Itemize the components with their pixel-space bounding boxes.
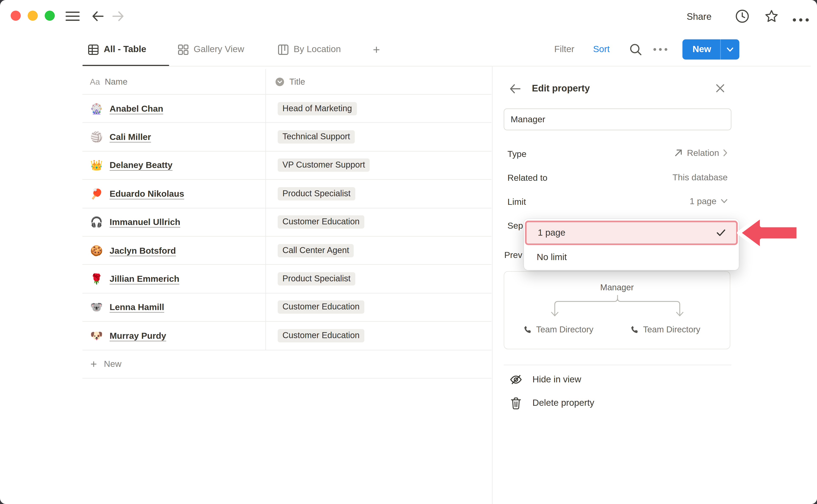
name-cell[interactable]: 🎡 Anabel Chan xyxy=(83,95,266,122)
field-label-related-to: Related to xyxy=(508,173,548,183)
name-cell[interactable]: 🌹 Jillian Emmerich xyxy=(83,265,266,293)
text-property-icon: Aa xyxy=(90,77,100,86)
page-emoji-icon: 🌹 xyxy=(89,273,104,285)
field-value-related-to[interactable]: This database xyxy=(673,172,728,182)
share-button[interactable]: Share xyxy=(687,11,712,23)
hide-in-view-button[interactable]: Hide in view xyxy=(509,372,581,388)
name-cell[interactable]: 🐨 Lenna Hamill xyxy=(83,293,266,321)
close-window-button[interactable] xyxy=(11,11,21,21)
plus-icon: + xyxy=(373,42,380,57)
chevron-down-icon xyxy=(727,47,734,52)
name-cell[interactable]: 🏐 Cali Miller xyxy=(83,123,266,151)
title-cell[interactable]: Product Specialist xyxy=(266,265,355,293)
forward-button[interactable] xyxy=(112,11,125,24)
name-cell[interactable]: 🎧 Immanuel Ullrich xyxy=(83,208,266,236)
page-name-link[interactable]: Eduardo Nikolaus xyxy=(110,189,184,199)
table-row[interactable]: 🏓 Eduardo Nikolaus Product Specialist xyxy=(83,180,492,208)
add-view-button[interactable]: + xyxy=(373,33,380,66)
preview-label-clipped: Prev xyxy=(504,250,522,260)
field-value-text: 1 page xyxy=(690,196,716,206)
property-name-input[interactable] xyxy=(504,108,732,130)
name-cell[interactable]: 🍪 Jaclyn Botsford xyxy=(83,236,266,264)
page-name-link[interactable]: Immanuel Ullrich xyxy=(110,217,180,227)
title-cell[interactable]: Customer Education xyxy=(266,293,364,321)
title-tag: Customer Education xyxy=(278,301,364,314)
phone-icon xyxy=(630,325,639,334)
field-value-text: Relation xyxy=(687,148,719,158)
name-cell[interactable]: 🐶 Murray Purdy xyxy=(83,322,266,350)
table-view-icon xyxy=(88,44,99,55)
page-emoji-icon: 👑 xyxy=(89,159,104,172)
plus-icon: + xyxy=(90,357,97,370)
page-name-link[interactable]: Delaney Beatty xyxy=(110,160,172,171)
minimize-window-button[interactable] xyxy=(28,11,38,21)
table-row[interactable]: 🍪 Jaclyn Botsford Call Center Agent xyxy=(83,236,492,265)
new-dropdown-button[interactable] xyxy=(721,39,739,60)
page-name-link[interactable]: Jillian Emmerich xyxy=(110,274,179,284)
name-cell[interactable]: 👑 Delaney Beatty xyxy=(83,151,266,179)
page-name-link[interactable]: Anabel Chan xyxy=(110,104,163,114)
tab-label: By Location xyxy=(293,44,341,55)
action-label: Delete property xyxy=(533,398,595,408)
back-button[interactable] xyxy=(91,11,104,24)
name-cell[interactable]: 🏓 Eduardo Nikolaus xyxy=(83,180,266,208)
page-emoji-icon: 🏐 xyxy=(89,131,104,143)
board-view-icon xyxy=(278,44,289,55)
preview-node-right: Team Directory xyxy=(630,325,700,335)
table-row[interactable]: 🎧 Immanuel Ullrich Customer Education xyxy=(83,208,492,236)
updates-button[interactable] xyxy=(735,9,750,26)
preview-node-left: Team Directory xyxy=(524,325,593,335)
annotation-arrow xyxy=(736,212,802,254)
page-name-link[interactable]: Jaclyn Botsford xyxy=(110,245,176,256)
table-row[interactable]: 🐶 Murray Purdy Customer Education xyxy=(83,322,492,350)
new-row-button[interactable]: + New xyxy=(83,350,492,378)
page-emoji-icon: 🐨 xyxy=(89,301,104,313)
zoom-window-button[interactable] xyxy=(45,11,55,21)
table-row[interactable]: 👑 Delaney Beatty VP Customer Support xyxy=(83,151,492,180)
title-cell[interactable]: Technical Support xyxy=(266,123,355,151)
new-button[interactable]: New xyxy=(683,39,720,60)
table-row[interactable]: 🌹 Jillian Emmerich Product Specialist xyxy=(83,265,492,293)
field-value-type[interactable]: Relation xyxy=(674,148,728,158)
tab-by-location[interactable]: By Location xyxy=(278,33,341,66)
window-more-button[interactable] xyxy=(793,14,809,24)
view-options-button[interactable] xyxy=(653,33,668,66)
column-label: Name xyxy=(105,77,127,86)
title-tag: Customer Education xyxy=(278,329,364,342)
forward-arrow-icon xyxy=(112,11,125,22)
page-name-link[interactable]: Murray Purdy xyxy=(110,331,166,341)
sort-button[interactable]: Sort xyxy=(593,33,610,66)
tab-all-table[interactable]: All - Table xyxy=(88,33,146,66)
table-row[interactable]: 🎡 Anabel Chan Head of Marketing xyxy=(83,95,492,123)
title-cell[interactable]: Customer Education xyxy=(266,322,364,350)
panel-back-button[interactable] xyxy=(510,84,521,96)
eye-off-icon xyxy=(509,373,523,387)
title-cell[interactable]: VP Customer Support xyxy=(266,151,370,179)
limit-option-no-limit[interactable]: No limit xyxy=(524,246,739,269)
delete-property-button[interactable]: Delete property xyxy=(510,395,595,411)
title-tag: Product Specialist xyxy=(278,272,355,286)
panel-divider xyxy=(504,365,732,365)
panel-close-button[interactable] xyxy=(716,84,725,95)
title-cell[interactable]: Product Specialist xyxy=(266,180,355,208)
table-row[interactable]: 🏐 Cali Miller Technical Support xyxy=(83,123,492,151)
page-name-link[interactable]: Lenna Hamill xyxy=(110,302,164,312)
column-header-title[interactable]: Title xyxy=(266,69,305,94)
page-name-link[interactable]: Cali Miller xyxy=(110,132,151,142)
title-cell[interactable]: Customer Education xyxy=(266,208,364,236)
favorite-button[interactable] xyxy=(764,9,779,26)
title-cell[interactable]: Call Center Agent xyxy=(266,236,354,264)
tab-gallery-view[interactable]: Gallery View xyxy=(178,33,244,66)
option-label: No limit xyxy=(537,252,567,263)
tab-label: All - Table xyxy=(104,44,146,55)
column-header-name[interactable]: Aa Name xyxy=(83,69,266,94)
filter-button[interactable]: Filter xyxy=(554,33,574,66)
table-row[interactable]: 🐨 Lenna Hamill Customer Education xyxy=(83,293,492,322)
title-cell[interactable]: Head of Marketing xyxy=(266,95,357,122)
search-button[interactable] xyxy=(629,33,642,66)
screen: Share All - Table Gallery View By Locati… xyxy=(0,0,817,504)
search-icon xyxy=(629,43,642,56)
field-value-limit[interactable]: 1 page xyxy=(690,196,728,206)
limit-option-1-page[interactable]: 1 page xyxy=(525,221,738,245)
sidebar-toggle-button[interactable] xyxy=(66,11,80,24)
